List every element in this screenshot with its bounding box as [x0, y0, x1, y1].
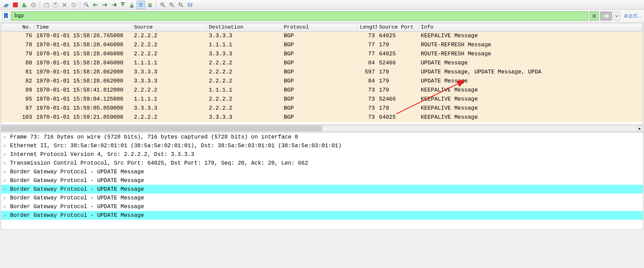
auto-scroll-icon[interactable] — [137, 1, 145, 9]
packet-row[interactable]: 951970-01-01 15:59:04.1250001.1.1.12.2.2… — [1, 95, 643, 104]
go-back-icon[interactable] — [91, 1, 100, 9]
scroll-right-button[interactable]: ▸ — [637, 126, 643, 131]
packet-cell: 1970-01-01 15:59:04.125000 — [34, 95, 132, 104]
packet-row[interactable]: 761970-01-01 15:58:26.7650002.2.2.23.3.3… — [1, 32, 643, 41]
packet-cell: 2.2.2.2 — [207, 104, 282, 113]
detail-text: Internet Protocol Version 4, Src: 2.2.2.… — [10, 151, 194, 158]
zoom-in-icon[interactable] — [159, 1, 167, 9]
detail-tree-item[interactable]: ▷Internet Protocol Version 4, Src: 2.2.2… — [1, 150, 643, 159]
stop-capture-button[interactable] — [11, 1, 20, 9]
expand-icon[interactable]: ▷ — [4, 213, 9, 218]
svg-point-2 — [33, 4, 34, 6]
column-header-source-port[interactable]: Source Port — [377, 23, 419, 31]
open-file-icon[interactable] — [42, 1, 51, 9]
packet-row[interactable]: 791970-01-01 15:58:28.0460002.2.2.23.3.3… — [1, 50, 643, 59]
expand-icon[interactable]: ▷ — [4, 134, 9, 140]
packet-cell: 3.3.3.3 — [132, 68, 207, 77]
zoom-reset-icon[interactable]: 1 — [177, 1, 185, 9]
column-header-info[interactable]: Info — [419, 23, 643, 31]
packet-cell: UPDATE Message, UPDATE Message, UPDA — [419, 68, 643, 77]
packet-list-horizontal-scrollbar[interactable]: ◂ ▸ — [1, 125, 643, 132]
detail-tree-item[interactable]: ▷Ethernet II, Src: 38:5a:5e:02:01:01 (38… — [1, 141, 643, 150]
packet-details-pane[interactable]: ▷Frame 73: 716 bytes on wire (5728 bits)… — [1, 132, 643, 230]
packet-cell: 73 — [358, 95, 377, 104]
display-filter-input[interactable] — [11, 11, 588, 21]
svg-rect-8 — [139, 5, 143, 5]
clear-filter-button[interactable] — [590, 11, 599, 21]
detail-tree-item[interactable]: ▷Border Gateway Protocol - UPDATE Messag… — [1, 176, 643, 185]
packet-cell: 89 — [1, 86, 34, 95]
detail-tree-item[interactable]: ▷Border Gateway Protocol - UPDATE Messag… — [1, 194, 643, 202]
detail-tree-item[interactable]: ▷Border Gateway Protocol - UPDATE Messag… — [1, 167, 643, 176]
go-first-icon[interactable] — [119, 1, 127, 9]
packet-row[interactable]: 801970-01-01 15:58:28.0460001.1.1.12.2.2… — [1, 59, 643, 68]
expand-icon[interactable]: ▷ — [4, 169, 9, 174]
packet-row[interactable]: 811970-01-01 15:58:28.0620003.3.3.32.2.2… — [1, 68, 643, 77]
detail-tree-item[interactable]: ▷Transmission Control Protocol, Src Port… — [1, 159, 643, 167]
restart-capture-button[interactable] — [20, 1, 29, 9]
filter-history-dropdown[interactable] — [613, 11, 620, 21]
bookmark-filter-button[interactable] — [2, 11, 10, 21]
filter-expression-link[interactable]: 表达式… — [624, 13, 642, 19]
expand-icon[interactable]: ▷ — [4, 187, 9, 192]
packet-cell: 81 — [1, 68, 34, 77]
packet-row[interactable]: 781970-01-01 15:58:28.0460002.2.2.21.1.1… — [1, 41, 643, 50]
go-to-packet-icon[interactable] — [109, 1, 118, 9]
packet-row[interactable]: 971970-01-01 15:59:05.8590003.3.3.32.2.2… — [1, 104, 643, 113]
detail-tree-item[interactable]: ▷Border Gateway Protocol - UPDATE Messag… — [1, 185, 643, 194]
column-header-destination[interactable]: Destination — [207, 23, 282, 31]
expand-icon[interactable]: ▷ — [4, 160, 9, 166]
column-header-no[interactable]: No. — [1, 23, 34, 31]
go-last-icon[interactable] — [128, 1, 136, 9]
packet-cell: 3.3.3.3 — [132, 104, 207, 113]
packet-cell: 97 — [1, 104, 34, 113]
packet-cell: 1970-01-01 15:58:28.046000 — [34, 50, 132, 59]
column-header-protocol[interactable]: Protocol — [282, 23, 358, 31]
arrow-right-icon — [603, 14, 609, 18]
close-file-icon[interactable] — [60, 1, 69, 9]
packet-list-header[interactable]: No. Time Source Destination Protocol Len… — [1, 23, 643, 32]
packet-cell: BGP — [282, 104, 358, 113]
packet-list-pane[interactable]: No. Time Source Destination Protocol Len… — [1, 23, 643, 125]
options-icon[interactable] — [29, 1, 38, 9]
expand-icon[interactable]: ▷ — [4, 143, 9, 148]
expand-icon[interactable]: ▷ — [4, 195, 9, 200]
detail-text: Border Gateway Protocol - UPDATE Message — [10, 169, 144, 175]
colorize-icon[interactable] — [146, 1, 154, 9]
svg-rect-5 — [54, 3, 56, 5]
packet-cell: 1.1.1.1 — [207, 86, 282, 95]
column-header-time[interactable]: Time — [34, 23, 132, 31]
expand-icon[interactable]: ▷ — [4, 152, 9, 157]
detail-tree-item[interactable]: ▷Border Gateway Protocol - UPDATE Messag… — [1, 211, 643, 220]
packet-row[interactable]: 891970-01-01 15:58:41.8120002.2.2.21.1.1… — [1, 86, 643, 95]
packet-cell: 77 — [358, 41, 377, 50]
zoom-out-icon[interactable] — [168, 1, 176, 9]
column-header-source[interactable]: Source — [132, 23, 207, 31]
find-icon[interactable] — [82, 1, 91, 9]
expand-icon[interactable]: ▷ — [4, 178, 9, 183]
scrollbar-thumb[interactable] — [1, 126, 322, 131]
packet-row[interactable]: 821970-01-01 15:58:28.0620003.3.3.32.2.2… — [1, 77, 643, 86]
resize-columns-icon[interactable] — [186, 1, 194, 9]
packet-cell: BGP — [282, 50, 358, 59]
shark-fin-icon[interactable] — [2, 1, 10, 9]
packet-cell: 3.3.3.3 — [207, 32, 282, 41]
apply-filter-button[interactable] — [600, 11, 612, 21]
expand-icon[interactable]: ▷ — [4, 204, 9, 209]
detail-tree-item[interactable]: ▷Frame 73: 716 bytes on wire (5728 bits)… — [1, 133, 643, 141]
packet-cell: KEEPALIVE Message — [419, 95, 643, 104]
packet-row[interactable]: 1031970-01-01 15:59:21.8590002.2.2.23.3.… — [1, 113, 643, 122]
go-forward-icon[interactable] — [100, 1, 109, 9]
packet-cell: 2.2.2.2 — [132, 32, 207, 41]
packet-cell: 73 — [358, 32, 377, 41]
packet-cell: KEEPALIVE Message — [419, 113, 643, 122]
reload-icon[interactable] — [69, 1, 78, 9]
column-header-length[interactable]: Length — [358, 23, 377, 31]
packet-cell: 84 — [358, 77, 377, 86]
packet-cell: 77 — [358, 50, 377, 59]
packet-cell: 597 — [358, 68, 377, 77]
detail-tree-item[interactable]: ▷Border Gateway Protocol - UPDATE Messag… — [1, 202, 643, 211]
packet-cell: 1970-01-01 15:58:41.812000 — [34, 86, 132, 95]
packet-cell: 179 — [377, 68, 419, 77]
save-file-icon[interactable] — [51, 1, 60, 9]
